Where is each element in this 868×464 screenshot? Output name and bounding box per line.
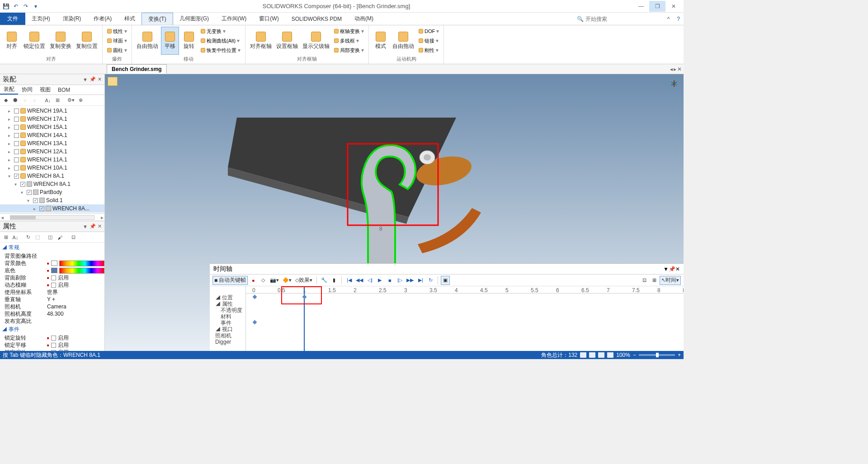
pin-icon[interactable]: 📌	[90, 76, 96, 82]
ribbon-复制位置[interactable]: 复制位置	[74, 27, 99, 55]
ribbon-线性[interactable]: 线性 ▾	[105, 27, 129, 36]
document-tab[interactable]: Bench Grinder.smg	[107, 64, 167, 74]
zoom-slider[interactable]	[639, 354, 675, 356]
tool-icon[interactable]: ◆	[2, 97, 10, 104]
panel-close-icon[interactable]: ✕	[98, 76, 102, 82]
status-icon[interactable]	[589, 352, 595, 358]
view-triad[interactable]	[668, 78, 680, 90]
qat-dropdown-icon[interactable]: ▾	[32, 2, 40, 10]
tree-item[interactable]: ▸WRENCH 19A.1	[0, 107, 104, 115]
keyframe[interactable]	[253, 295, 257, 299]
tab-close-icon[interactable]: ✕	[677, 66, 682, 72]
menu-变换(T)[interactable]: 变换(T)	[142, 13, 173, 25]
h-scrollbar[interactable]: ◂▸	[0, 213, 104, 221]
autokey-button[interactable]: ■ 自动关键帧	[212, 276, 248, 285]
menu-工作间(W)[interactable]: 工作间(W)	[215, 13, 253, 25]
tab-prev-icon[interactable]: ◂	[670, 66, 673, 72]
key-icon[interactable]: ◇	[259, 276, 268, 285]
record-icon[interactable]: ●	[249, 276, 258, 285]
prop-锁定旋转[interactable]: 锁定旋转■ 启用	[0, 334, 104, 341]
stop-icon[interactable]: ■	[385, 276, 394, 285]
tab-next-icon[interactable]: ▸	[674, 66, 676, 72]
add-icon[interactable]: ⊕	[76, 97, 85, 104]
menu-主页(H)[interactable]: 主页(H)	[25, 13, 57, 25]
play-icon[interactable]: ▶	[375, 276, 384, 285]
panel-close-icon[interactable]: ✕	[98, 223, 102, 229]
menu-SOLIDWORKS PDM[interactable]: SOLIDWORKS PDM	[285, 13, 348, 25]
menu-样式[interactable]: 样式	[118, 13, 142, 25]
file-menu[interactable]: 文件	[0, 13, 25, 25]
rewind-icon[interactable]: ◀◀	[354, 276, 364, 285]
tree-item[interactable]: ▸WRENCH 17A.1	[0, 115, 104, 123]
filter-icon[interactable]: 🔧	[320, 276, 329, 285]
track-照相机[interactable]: 照相机	[212, 332, 245, 339]
prop-发布宽高比[interactable]: 发布宽高比	[0, 317, 104, 325]
ribbon-显示父级轴[interactable]: 显示父级轴	[301, 27, 331, 55]
ribbon-模式[interactable]: 模式	[372, 27, 390, 55]
prop-照相机高度[interactable]: 照相机高度48.300	[0, 310, 104, 317]
timeline-area[interactable]: 00.511.522.533.544.555.566.577.588.599.5…	[246, 286, 684, 351]
menu-作者(A)[interactable]: 作者(A)	[87, 13, 118, 25]
time-mode-button[interactable]: ↖时间▾	[660, 276, 681, 285]
redo-icon[interactable]: ↷	[22, 2, 30, 10]
3d-viewport[interactable]: 8 时间轴 ▼ 📌 ✕ ■ 自动关键帧 ● ◇ 📷▾ 🔶▾ ◇效果▾	[105, 74, 684, 351]
tab-视图[interactable]: 视图	[36, 85, 54, 95]
ribbon-对齐[interactable]: 对齐	[3, 27, 21, 55]
close-button[interactable]: ✕	[665, 1, 682, 12]
ribbon-expand-icon[interactable]: ^	[664, 13, 674, 25]
ribbon-平移[interactable]: 平移	[161, 27, 179, 55]
menu-渲染(R)[interactable]: 渲染(R)	[57, 13, 88, 25]
prev-frame-icon[interactable]: ◁|	[365, 276, 374, 285]
track-Digger[interactable]: Digger	[212, 339, 245, 345]
tool-icon[interactable]: ⊞	[2, 234, 10, 241]
tree-item[interactable]: ▾✓PartBody	[0, 188, 104, 196]
save-icon[interactable]: 💾	[2, 2, 10, 10]
zoom-out-icon[interactable]: −	[633, 352, 636, 358]
tree-item[interactable]: ▸WRENCH 13A.1	[0, 139, 104, 147]
panel-menu-icon[interactable]: ▼	[83, 224, 88, 229]
prop-垂直轴[interactable]: 垂直轴Y +	[0, 296, 104, 303]
panel-close-icon[interactable]: ✕	[675, 266, 680, 272]
ribbon-多线框[interactable]: 多线框 ▾	[332, 36, 366, 45]
tree-item[interactable]: ▸✓WRENCH 8A...	[0, 204, 104, 213]
prop-照相机[interactable]: 照相机Camera	[0, 303, 104, 310]
prop-背景图像路径[interactable]: 背景图像路径	[0, 252, 104, 260]
status-icon[interactable]	[598, 352, 604, 358]
ribbon-链接[interactable]: 链接 ▾	[417, 36, 441, 45]
search-input[interactable]	[585, 16, 640, 22]
loop-icon[interactable]: ↻	[426, 276, 435, 285]
pin-icon[interactable]: 📌	[669, 266, 675, 272]
tool-icon[interactable]: ⬚	[33, 234, 42, 241]
maximize-button[interactable]: ❐	[649, 1, 665, 12]
tree-item[interactable]: ▾✓WRENCH 8A.1	[0, 172, 104, 180]
goto-start-icon[interactable]: |◀	[344, 276, 354, 285]
sort-icon[interactable]: A↓	[11, 234, 19, 241]
prop-锁定平移[interactable]: 锁定平移■ 启用	[0, 341, 104, 349]
goto-end-icon[interactable]: ▶|	[416, 276, 425, 285]
ribbon-检测曲线(Alt)[interactable]: 检测曲线(Alt) ▾	[199, 36, 242, 45]
ribbon-恢复中性位置[interactable]: 恢复中性位置 ▾	[199, 46, 242, 55]
gear-icon[interactable]: ⚙▾	[67, 97, 75, 104]
tool-icon[interactable]: ○	[30, 97, 38, 104]
grid-icon[interactable]: ⊞	[53, 97, 61, 104]
next-frame-icon[interactable]: |▷	[395, 276, 404, 285]
prop-背面剔除[interactable]: 背面剔除■ 启用	[0, 274, 104, 281]
tl-tool-icon[interactable]: ⊞	[650, 276, 659, 285]
menu-窗口(W)[interactable]: 窗口(W)	[253, 13, 285, 25]
ribbon-无变换[interactable]: 无变换 ▾	[199, 27, 242, 36]
tree-item[interactable]: ▸WRENCH 11A.1	[0, 156, 104, 164]
help-icon[interactable]: ?	[673, 13, 684, 25]
tree-item[interactable]: ▸WRENCH 14A.1	[0, 131, 104, 139]
ribbon-自由拖动[interactable]: 自由拖动	[391, 27, 416, 55]
pin-icon[interactable]: 📌	[90, 223, 96, 229]
ribbon-球面[interactable]: 球面 ▾	[105, 36, 129, 45]
search-box[interactable]: 🔍	[573, 13, 664, 25]
menu-动画(M)[interactable]: 动画(M)	[348, 13, 380, 25]
panel-menu-icon[interactable]: ▼	[83, 77, 88, 82]
effects-button[interactable]: ◇效果▾	[294, 276, 314, 285]
ribbon-DOF[interactable]: DOF ▾	[417, 27, 441, 36]
ribbon-刚性[interactable]: 刚性 ▾	[417, 46, 441, 55]
prop-底色[interactable]: 底色■	[0, 267, 104, 274]
ribbon-局部变换[interactable]: 局部变换 ▾	[332, 46, 366, 55]
undo-icon[interactable]: ↶	[12, 2, 20, 10]
